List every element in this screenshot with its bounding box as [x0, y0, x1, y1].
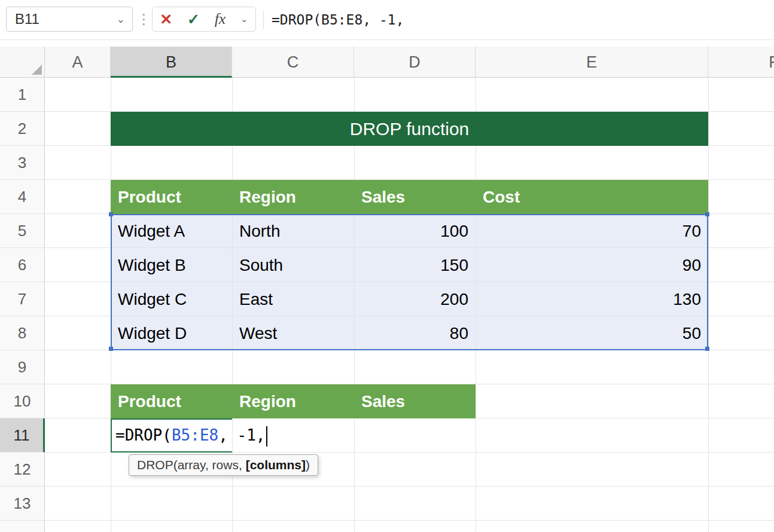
row-header-10[interactable]: 10	[0, 384, 45, 418]
cell-c4[interactable]: Region	[232, 180, 354, 214]
excel-app: B11 ⌄ ⋮ ✕ ✓ fx ⌄ =DROP(B5:E8, -1, A B C …	[0, 0, 774, 532]
insert-function-icon[interactable]: fx	[215, 10, 226, 28]
row-header-9[interactable]: 9	[0, 350, 45, 384]
title-banner-cell[interactable]: DROP function	[111, 112, 708, 146]
name-box-value: B11	[15, 11, 39, 27]
cell-d10[interactable]: Sales	[354, 384, 476, 418]
row-header-7[interactable]: 7	[0, 282, 45, 316]
cell-c10[interactable]: Region	[232, 384, 354, 418]
formula-range-reference: B5:E8	[172, 426, 218, 444]
formula-bar-area: B11 ⌄ ⋮ ✕ ✓ fx ⌄ =DROP(B5:E8, -1,	[0, 0, 774, 40]
text-cursor	[266, 426, 267, 447]
tooltip-prefix: DROP(array, rows,	[137, 458, 246, 472]
select-all-triangle-icon	[32, 65, 42, 75]
column-header-e[interactable]: E	[476, 47, 708, 78]
worksheet: A B C D E F 1 2 3 4 5 6 7 8 9 10 11 12 1…	[0, 39, 774, 532]
row-header-11[interactable]: 11	[0, 418, 45, 452]
column-header-d[interactable]: D	[354, 47, 476, 78]
divider	[263, 11, 264, 29]
range-handle[interactable]	[705, 212, 709, 216]
cancel-icon[interactable]: ✕	[160, 11, 172, 28]
tooltip-columns-arg: [columns]	[246, 458, 306, 472]
separator-dots-icon: ⋮	[137, 7, 151, 32]
formula-input[interactable]: =DROP(B5:E8, -1,	[272, 0, 404, 39]
range-handle[interactable]	[109, 212, 113, 216]
row-header-13[interactable]: 13	[0, 487, 45, 521]
formula-suffix: , -1,	[218, 426, 265, 444]
row-header-3[interactable]: 3	[0, 146, 45, 180]
function-hint-tooltip: DROP(array, rows, [columns])	[129, 454, 318, 476]
column-header-c[interactable]: C	[232, 47, 354, 78]
enter-icon[interactable]: ✓	[187, 11, 200, 28]
gridline	[708, 78, 709, 532]
row-header-12[interactable]: 12	[0, 452, 45, 487]
column-header-a[interactable]: A	[45, 47, 111, 78]
select-all-corner[interactable]	[0, 47, 45, 78]
formula-prefix: =DROP(	[115, 426, 172, 444]
row-header-2[interactable]: 2	[0, 112, 45, 146]
reference-range-border[interactable]	[111, 214, 708, 350]
column-header-b[interactable]: B	[111, 47, 232, 78]
cell-b11-formula-editor[interactable]: =DROP(B5:E8, -1,	[115, 418, 267, 452]
cell-d4[interactable]: Sales	[354, 180, 476, 214]
cell-b4[interactable]: Product	[111, 180, 232, 214]
row-header-6[interactable]: 6	[0, 248, 45, 282]
chevron-down-icon[interactable]: ⌄	[240, 14, 248, 25]
cell-b10[interactable]: Product	[111, 384, 232, 418]
row-header-14[interactable]: 14	[0, 521, 45, 532]
tooltip-suffix: )	[306, 458, 310, 472]
range-handle[interactable]	[109, 347, 113, 351]
row-header-8[interactable]: 8	[0, 316, 45, 350]
row-header-5[interactable]: 5	[0, 214, 45, 248]
range-handle[interactable]	[705, 347, 709, 351]
formula-buttons-group: ✕ ✓ fx ⌄	[152, 7, 256, 32]
row-header-4[interactable]: 4	[0, 180, 45, 214]
name-box[interactable]: B11 ⌄	[6, 7, 133, 32]
column-header-f[interactable]: F	[708, 47, 774, 78]
chevron-down-icon[interactable]: ⌄	[117, 13, 125, 26]
cell-e4[interactable]: Cost	[476, 180, 708, 214]
row-header-1[interactable]: 1	[0, 78, 45, 112]
